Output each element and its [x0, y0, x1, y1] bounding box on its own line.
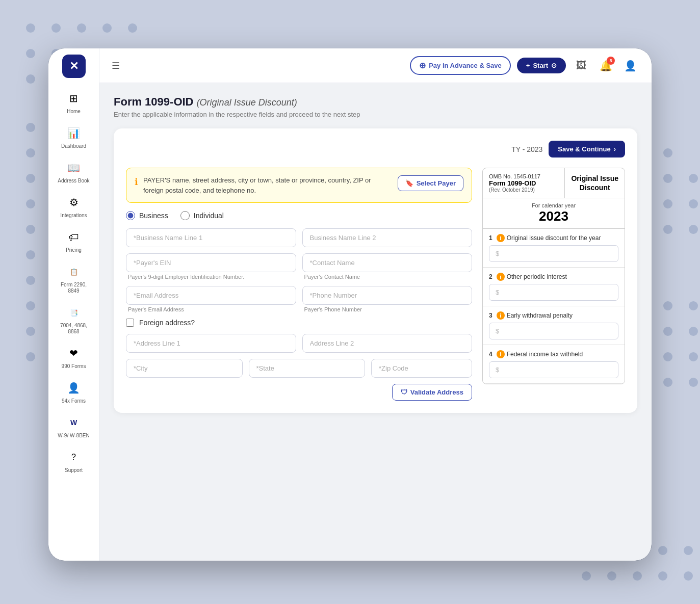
pay-advance-button[interactable]: ⊕ Pay in Advance & Save: [410, 56, 511, 75]
phone-hint: Payer's Phone Number: [302, 306, 473, 312]
svg-point-33: [663, 352, 672, 361]
oid-field-2-label: 2 i Other periodic interest: [489, 273, 618, 281]
foreign-address-checkbox[interactable]: [126, 319, 134, 327]
oid-field-2-num: 2: [489, 273, 492, 280]
svg-point-37: [689, 352, 698, 361]
account-button[interactable]: 👤: [621, 57, 639, 75]
zip-input[interactable]: [371, 359, 472, 378]
header-right: ⊕ Pay in Advance & Save + Start ⊙ 🖼 🔔 5 …: [410, 56, 639, 75]
svg-point-52: [658, 571, 667, 581]
oid-header-right: Original Issue Discount: [565, 168, 625, 198]
ein-field: Payer's 9-digit Employer Identification …: [126, 253, 296, 280]
city-input[interactable]: [126, 359, 243, 378]
sidebar-item-home[interactable]: ⊞ Home: [54, 86, 94, 119]
sidebar-item-dashboard[interactable]: 📊 Dashboard: [54, 121, 94, 153]
svg-point-51: [633, 571, 642, 581]
oid-field-1-label: 1 i Original issue discount for the year: [489, 234, 618, 242]
form7004-icon: 📑: [66, 304, 82, 321]
oid-field-3-num: 3: [489, 312, 492, 319]
start-button[interactable]: + Start ⊙: [517, 58, 566, 73]
address-line1-input[interactable]: [126, 334, 296, 353]
ty-label: TY - 2023: [511, 145, 542, 153]
sidebar-item-990[interactable]: ❤ 990 Forms: [54, 341, 94, 374]
payer-info-header: ℹ PAYER'S name, street address, city or …: [126, 168, 472, 203]
save-continue-button[interactable]: Save & Continue ›: [549, 141, 625, 157]
header-left: ☰: [112, 60, 120, 71]
sidebar-item-w9[interactable]: W W-9/ W-8BEN: [54, 410, 94, 443]
logo-icon: ✕: [69, 60, 79, 73]
svg-point-25: [663, 174, 672, 183]
oid-field-1-text: Original issue discount for the year: [507, 234, 601, 242]
svg-point-2: [77, 23, 86, 33]
oid-field-4-input[interactable]: [489, 361, 618, 378]
svg-point-24: [663, 148, 672, 157]
sidebar-item-form2290[interactable]: 📋 Form 2290, 8849: [54, 259, 94, 298]
svg-point-50: [607, 571, 616, 581]
save-continue-label: Save & Continue: [558, 145, 610, 153]
contact-hint: Payer's Contact Name: [302, 274, 473, 280]
sidebar-label-dashboard: Dashboard: [61, 143, 86, 149]
radio-business-text: Business: [139, 212, 168, 220]
svg-point-38: [689, 378, 698, 387]
svg-point-29: [689, 199, 698, 208]
form-card: TY - 2023 Save & Continue › ℹ PAY: [114, 128, 637, 413]
address-lines-row: [126, 334, 472, 353]
main-content: ☰ ⊕ Pay in Advance & Save + Start ⊙ 🖼 🔔 …: [99, 48, 652, 561]
oid-field-3-info-icon: i: [497, 311, 505, 320]
oid-field-4-label: 4 i Federal income tax withheld: [489, 350, 618, 358]
svg-point-53: [684, 571, 693, 581]
radio-business-label[interactable]: Business: [126, 211, 168, 220]
foreign-address-label: Foreign address?: [139, 319, 195, 327]
notifications-button[interactable]: 🔔 5: [597, 57, 615, 75]
radio-individual[interactable]: [180, 211, 190, 220]
address-line1-field: [126, 334, 296, 353]
pay-advance-label: Pay in Advance & Save: [429, 62, 502, 69]
sidebar-label-7004: 7004, 4868, 8868: [57, 323, 91, 335]
sidebar-item-7004[interactable]: 📑 7004, 4868, 8868: [54, 300, 94, 339]
profile-photo-button[interactable]: 🖼: [572, 57, 590, 75]
page-subtitle: Enter the applicable information in the …: [114, 111, 637, 118]
sidebar-label-w9: W-9/ W-8BEN: [58, 433, 89, 439]
sidebar-item-support[interactable]: ? Support: [54, 445, 94, 478]
business-name-1-input[interactable]: [126, 228, 296, 247]
phone-input[interactable]: [302, 286, 473, 305]
sidebar-item-pricing[interactable]: 🏷 Pricing: [54, 225, 94, 257]
svg-point-30: [689, 225, 698, 234]
validate-label: Validate Address: [410, 388, 463, 396]
sidebar-item-address-book[interactable]: 📖 Address Book: [54, 155, 94, 188]
sidebar-item-94x[interactable]: 👤 94x Forms: [54, 376, 94, 408]
oid-field-2: 2 i Other periodic interest: [483, 268, 625, 306]
address-line2-input[interactable]: [302, 334, 473, 353]
oid-field-3-input[interactable]: [489, 323, 618, 339]
ein-input[interactable]: [126, 253, 296, 272]
oid-title-line1: Original Issue: [571, 174, 618, 182]
hamburger-icon[interactable]: ☰: [112, 60, 120, 71]
oid-header-left: OMB No. 1545-0117 Form 1099-OID (Rev. Oc…: [483, 168, 565, 198]
zip-field: [371, 359, 472, 378]
chevron-right-icon: ›: [614, 145, 616, 153]
sidebar-label-form2290: Form 2290, 8849: [57, 282, 91, 294]
radio-individual-label[interactable]: Individual: [180, 211, 224, 220]
oid-field-1-input[interactable]: [489, 245, 618, 262]
form94x-icon: 👤: [66, 380, 82, 396]
state-select[interactable]: *State AL CA NY TX: [249, 359, 366, 378]
svg-point-26: [663, 199, 672, 208]
start-circle-icon: ⊙: [551, 62, 557, 69]
sidebar-label-support: Support: [65, 467, 83, 474]
address-book-icon: 📖: [66, 160, 82, 176]
radio-business[interactable]: [126, 211, 135, 220]
email-input[interactable]: [126, 286, 296, 305]
app-logo[interactable]: ✕: [62, 55, 86, 78]
sidebar-label-94x: 94x Forms: [62, 398, 86, 404]
business-name-2-input[interactable]: [302, 228, 473, 247]
svg-point-18: [26, 225, 35, 234]
select-payer-button[interactable]: 🔖 Select Payer: [398, 175, 463, 191]
sidebar-item-integrations[interactable]: ⚙ Integrations: [54, 190, 94, 223]
oid-field-4-info-icon: i: [497, 350, 505, 358]
svg-point-35: [689, 301, 698, 310]
contact-input[interactable]: [302, 253, 473, 272]
validate-address-button[interactable]: 🛡 Validate Address: [392, 384, 472, 401]
svg-point-23: [26, 352, 35, 361]
oid-field-2-input[interactable]: [489, 284, 618, 301]
page-body: Form 1099-OID (Original Issue Discount) …: [99, 83, 652, 561]
